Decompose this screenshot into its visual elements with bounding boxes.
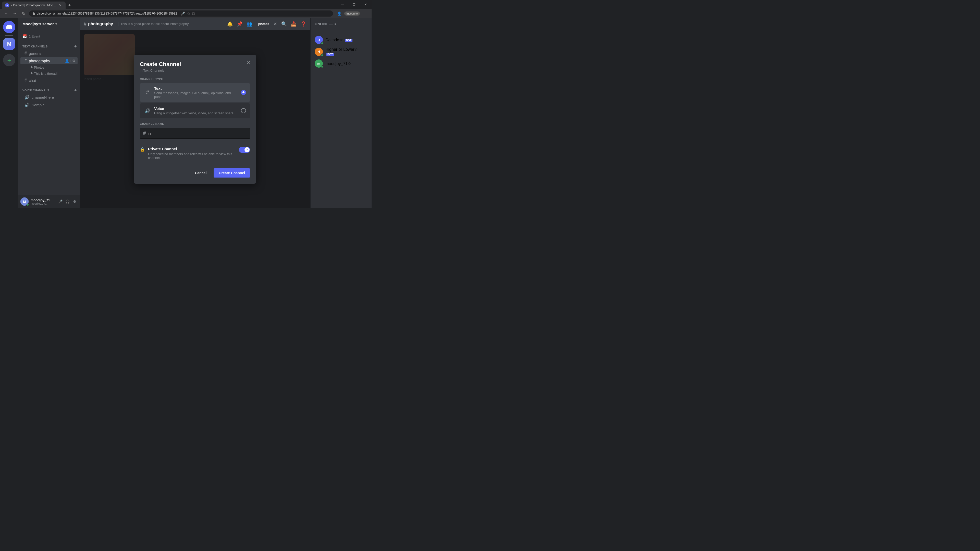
lock-icon [32,12,35,15]
add-voice-channel-button[interactable]: + [73,88,78,92]
sidebar-item-channel-here[interactable]: 🔊 channel-here [21,94,78,101]
text-channel-info: Text Send messages, images, GIFs, emoji,… [154,86,238,99]
member-avatar-daltsde: D [315,36,323,44]
modal-close-button[interactable]: ✕ [245,59,252,66]
close-thread-icon[interactable]: ✕ [273,21,277,27]
create-channel-modal: ✕ Create Channel in Text Channels CHANNE… [134,55,256,184]
tab-favicon: d [5,3,9,7]
svg-text:d: d [6,4,8,6]
browser-chrome: d • Discord | #photography | Moo... ✕ + … [0,0,372,18]
voice-channels-category[interactable]: Voice Channels + [18,84,80,94]
cancel-button[interactable]: Cancel [191,168,210,178]
right-sidebar-header: ONLINE — 3 [310,18,372,30]
settings-icon[interactable]: ⚙ [72,59,76,63]
sidebar-item-sample[interactable]: 🔊 Sample [21,101,78,109]
private-channel-toggle[interactable]: ✕ [239,147,250,153]
thread-item-thisthread[interactable]: ┗ This is a thread! [21,71,78,76]
extension-icon[interactable]: □ [192,11,194,16]
star-icon[interactable]: ☆ [187,11,190,16]
discord-home-button[interactable] [3,21,15,33]
chat-area: Insert photo... ✕ Create Channel in Text… [80,30,310,208]
user-controls: 🎤 🎧 ⚙ [57,198,78,205]
voice-channel-option[interactable]: 🔊 Voice Hang out together with voice, vi… [140,103,250,118]
channel-here-name: channel-here [32,95,76,100]
general-channel-name: general [29,51,76,56]
voice-icon: 🔊 [24,95,30,100]
event-item[interactable]: 📅 1 Event [18,32,80,40]
toggle-knob: ✕ [245,147,250,152]
member-status-dot [321,42,323,44]
channel-name-input-wrapper[interactable]: # [140,128,250,139]
modal-overlay: ✕ Create Channel in Text Channels CHANNE… [80,30,310,208]
server-header[interactable]: Moodjoy's server ▾ [18,18,80,30]
hash-icon: # [24,51,27,56]
inbox-icon[interactable]: 📥 [291,21,297,27]
member-item-daltsde[interactable]: D Daltsde☆ BOT [315,34,368,45]
address-bar-row: ← → ↻ discord.com/channels/1182346851781… [0,9,372,18]
member-name-text: Higher or Lower☆ [325,47,358,52]
close-button[interactable]: ✕ [360,0,372,9]
text-channel-option[interactable]: # Text Send messages, images, GIFs, emoj… [140,83,250,102]
member-avatar-moodjoy71: m [315,59,323,68]
header-channel-name: photography [88,22,113,26]
voice-channel-icon: 🔊 [144,108,151,114]
address-icons: 🎤 ☆ □ [181,11,194,16]
right-sidebar: ONLINE — 3 D Daltsde☆ BOT H Highe [310,18,372,208]
user-panel: M moodjoy_71 moodjoy1_t... 🎤 🎧 ⚙ [18,195,80,208]
back-button[interactable]: ← [3,11,9,17]
text-channel-radio[interactable] [241,90,246,95]
channel-name-label: CHANNEL NAME [140,122,250,125]
voice-channel-radio[interactable] [241,108,246,113]
user-settings-button[interactable]: ⚙ [72,198,78,205]
active-tab[interactable]: d • Discord | #photography | Moo... ✕ [2,2,65,9]
moodjoy-server-icon[interactable]: M [3,38,15,50]
channel-header-name: # photography [84,21,113,27]
members-icon[interactable]: 👥 [247,21,252,27]
member-status-dot [321,54,323,56]
notification-bell-icon[interactable]: 🔔 [227,21,233,27]
thread-icon: ┗ [30,66,32,69]
maximize-button[interactable]: ❐ [348,0,360,9]
address-field[interactable]: discord.com/channels/1182346851781984336… [29,11,333,17]
thread-name: Photos [34,65,44,69]
search-icon[interactable]: 🔍 [281,21,287,27]
voice-channel-info: Voice Hang out together with voice, vide… [154,106,238,115]
help-icon[interactable]: ❓ [301,21,306,27]
thread-icon: ┗ [30,72,32,76]
create-channel-button[interactable]: Create Channel [213,168,250,178]
modal-subtitle: in Text Channels [140,68,250,73]
add-server-button[interactable]: + [3,54,15,66]
voice-channel-description: Hang out together with voice, video, and… [154,111,238,115]
member-item-moodjoy71[interactable]: m moodjoy_71☆ [315,58,368,69]
channel-header-description: This is a good place to talk about Photo… [118,22,189,26]
sidebar-item-chat[interactable]: # chat [21,77,78,84]
private-channel-info: Private Channel Only selected members an… [148,147,236,160]
profile-icon[interactable]: 👤 [336,10,343,17]
chat-channel-name: chat [29,78,76,83]
new-tab-button[interactable]: + [66,2,73,9]
thread-name: This is a thread! [34,72,58,76]
voice-icon: 🔊 [24,103,30,107]
add-text-channel-button[interactable]: + [73,44,78,48]
tab-close-button[interactable]: ✕ [58,3,62,8]
pin-icon[interactable]: 📌 [237,21,242,27]
server-chevron-icon: ▾ [56,22,57,26]
thread-item-photos[interactable]: ┗ Photos [21,65,78,70]
deafen-button[interactable]: 🎧 [64,198,70,205]
sidebar-item-general[interactable]: # general [21,50,78,57]
mute-button[interactable]: 🎤 [57,198,63,205]
sidebar-item-photography[interactable]: # photography 👤+ ⚙ [21,57,78,64]
browser-right-icons: 👤 Incognito ⋮ [336,10,369,17]
photography-channel-name: photography [29,59,63,63]
member-item-higherorlower[interactable]: H Higher or Lower☆ BOT [315,45,368,58]
minimize-button[interactable]: — [336,0,348,9]
refresh-button[interactable]: ↻ [21,11,27,17]
menu-icon[interactable]: ⋮ [361,10,369,17]
text-channels-category[interactable]: Text Channels + [18,40,80,49]
member-name-moodjoy71: moodjoy_71☆ [325,61,351,66]
forward-button[interactable]: → [12,11,18,17]
add-member-icon[interactable]: 👤+ [65,59,71,63]
voice-channels-label: Voice Channels [22,89,49,92]
mic-icon[interactable]: 🎤 [181,11,185,16]
channel-name-input[interactable] [148,131,247,135]
